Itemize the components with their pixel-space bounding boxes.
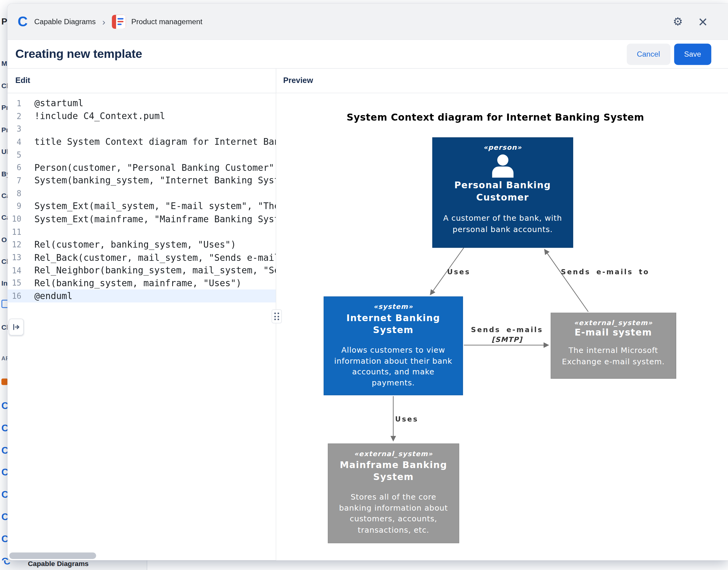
space-logo-icon: C xyxy=(4,560,10,567)
person-icon xyxy=(433,155,572,178)
code-text: Rel_Neighbor(banking_system, mail_system… xyxy=(21,265,277,276)
node-name: Personal Banking Customer xyxy=(433,180,572,204)
line-number: 14 xyxy=(7,266,21,275)
capable-diagrams-logo-icon: C xyxy=(18,15,28,28)
background-sidebar: Pr M Cl Pr Pr Ul By Ca Ca O Cl In Cl AP … xyxy=(0,0,7,570)
cancel-button[interactable]: Cancel xyxy=(626,43,670,65)
line-number: 7 xyxy=(7,176,21,185)
editor-horizontal-scrollbar[interactable] xyxy=(9,553,96,559)
bottom-nav-item[interactable]: Capable Diagrams xyxy=(28,560,88,567)
app-icon xyxy=(2,378,8,385)
line-number: 12 xyxy=(7,240,21,249)
edge-label-sends-emails-to: Sends e-mails to xyxy=(561,268,649,276)
code-text: Rel(customer, banking_system, "Uses") xyxy=(21,239,236,250)
code-text: Person(customer, "Personal Banking Custo… xyxy=(21,162,277,173)
code-line[interactable]: 13Rel_Back(customer, mail_system, "Sends… xyxy=(7,251,276,264)
code-text: Rel_Back(customer, mail_system, "Sends e… xyxy=(21,252,277,263)
code-line[interactable]: 14Rel_Neighbor(banking_system, mail_syst… xyxy=(7,264,276,277)
node-description: The internal Microsoft Exchange e-mail s… xyxy=(551,345,676,367)
code-line[interactable]: 12Rel(customer, banking_system, "Uses") xyxy=(7,238,276,251)
code-editor[interactable]: 1@startuml2!include C4_Context.puml34tit… xyxy=(7,93,276,561)
line-number: 9 xyxy=(7,202,21,211)
node-description: A customer of the bank, with personal ba… xyxy=(433,213,572,235)
code-line[interactable]: 6Person(customer, "Personal Banking Cust… xyxy=(7,161,276,174)
space-icon xyxy=(112,15,126,28)
page-title: Creating new template xyxy=(15,47,142,61)
screen: Pr M Cl Pr Pr Ul By Ca Ca O Cl In Cl AP … xyxy=(0,0,728,570)
node-stereotype: «external_system» xyxy=(551,319,676,327)
line-number: 8 xyxy=(7,189,21,198)
expand-right-icon xyxy=(12,323,20,331)
line-number: 6 xyxy=(7,163,21,172)
bg-sidebar-item: In xyxy=(2,279,8,287)
node-name: E-mail system xyxy=(551,327,676,339)
code-line[interactable]: 3 xyxy=(7,123,276,135)
line-number: 5 xyxy=(7,150,21,159)
edge-label-uses-2: Uses xyxy=(395,415,418,423)
diagram-node-mainframe: «external_system» Mainframe Banking Syst… xyxy=(328,444,459,543)
code-line[interactable]: 8 xyxy=(7,187,276,200)
line-number: 1 xyxy=(7,99,21,108)
code-text: !include C4_Context.puml xyxy=(21,111,165,121)
modal-header: C Capable Diagrams › Product management … xyxy=(7,4,728,40)
code-line[interactable]: 16@enduml xyxy=(7,290,276,302)
edit-pane-label: Edit xyxy=(15,76,30,85)
pane-resize-handle[interactable] xyxy=(271,309,282,323)
line-number: 16 xyxy=(7,291,21,301)
diagram-node-banking-system: «system» Internet Banking System Allows … xyxy=(324,296,463,395)
code-line[interactable]: 7System(banking_system, "Internet Bankin… xyxy=(7,174,276,187)
code-line[interactable]: 2!include C4_Context.puml xyxy=(7,110,276,123)
code-text: System_Ext(mail_system, "E-mail system",… xyxy=(21,201,277,212)
bg-sidebar-item: O xyxy=(2,236,7,244)
diagram-preview[interactable]: System Context diagram for Internet Bank… xyxy=(277,93,728,561)
bg-sidebar-item: M xyxy=(2,59,7,67)
code-line[interactable]: 11 xyxy=(7,225,276,238)
code-line[interactable]: 5 xyxy=(7,149,276,161)
code-text: title System Context diagram for Interne… xyxy=(21,136,277,147)
close-icon[interactable]: × xyxy=(695,13,711,30)
edge-label-uses-1: Uses xyxy=(447,268,470,276)
code-line[interactable]: 9System_Ext(mail_system, "E-mail system"… xyxy=(7,200,276,213)
diagram-editor-modal: C Capable Diagrams › Product management … xyxy=(7,4,728,560)
save-button[interactable]: Save xyxy=(674,43,711,65)
node-stereotype: «external_system» xyxy=(328,450,459,457)
code-text: @enduml xyxy=(21,291,72,302)
line-number: 4 xyxy=(7,137,21,146)
preview-pane-label: Preview xyxy=(283,76,313,85)
sidebar-expand-button[interactable] xyxy=(9,319,24,335)
edge-label-sends-emails: Sends e-mails [SMTP] xyxy=(461,325,553,345)
node-stereotype: «person» xyxy=(433,144,572,151)
node-description: Stores all of the core banking informati… xyxy=(328,492,459,535)
breadcrumb-chevron-icon: › xyxy=(102,17,106,26)
drag-dots-icon xyxy=(275,313,279,320)
node-description: Allows customers to view information abo… xyxy=(324,345,463,388)
edge-label-technology: [SMTP] xyxy=(461,335,553,345)
line-number: 3 xyxy=(7,124,21,133)
code-line[interactable]: 4title System Context diagram for Intern… xyxy=(7,135,276,149)
settings-gear-icon[interactable]: ⚙ xyxy=(670,13,686,30)
code-text: Rel(banking_system, mainframe, "Uses") xyxy=(21,278,241,289)
code-text: @startuml xyxy=(21,98,83,109)
code-text: System(banking_system, "Internet Banking… xyxy=(21,175,277,186)
code-line[interactable]: 15Rel(banking_system, mainframe, "Uses") xyxy=(7,277,276,290)
diagram-node-mail-system: «external_system» E-mail system The inte… xyxy=(551,313,676,378)
background-bottom-nav: C Capable Diagrams xyxy=(0,560,147,570)
node-name: Internet Banking System xyxy=(324,312,463,336)
code-line[interactable]: 1@startuml xyxy=(7,97,276,110)
line-number: 2 xyxy=(7,111,21,120)
breadcrumb-page-name: Product management xyxy=(132,17,202,26)
breadcrumb-app-name: Capable Diagrams xyxy=(34,17,96,26)
pane-headers: Edit Preview xyxy=(7,68,728,93)
line-number: 10 xyxy=(7,214,21,224)
edge-label-text: Sends e-mails xyxy=(471,326,543,334)
code-text: System_Ext(mainframe, "Mainframe Banking… xyxy=(21,214,277,224)
node-name: Mainframe Banking System xyxy=(328,459,459,483)
line-number: 11 xyxy=(7,227,21,236)
title-row: Creating new template Cancel Save xyxy=(7,40,728,68)
node-stereotype: «system» xyxy=(324,303,463,310)
line-number: 13 xyxy=(7,253,21,262)
line-number: 15 xyxy=(7,279,21,288)
diagram-node-customer: «person» Personal Banking Customer A cus… xyxy=(432,137,573,248)
code-line[interactable]: 10System_Ext(mainframe, "Mainframe Banki… xyxy=(7,213,276,225)
